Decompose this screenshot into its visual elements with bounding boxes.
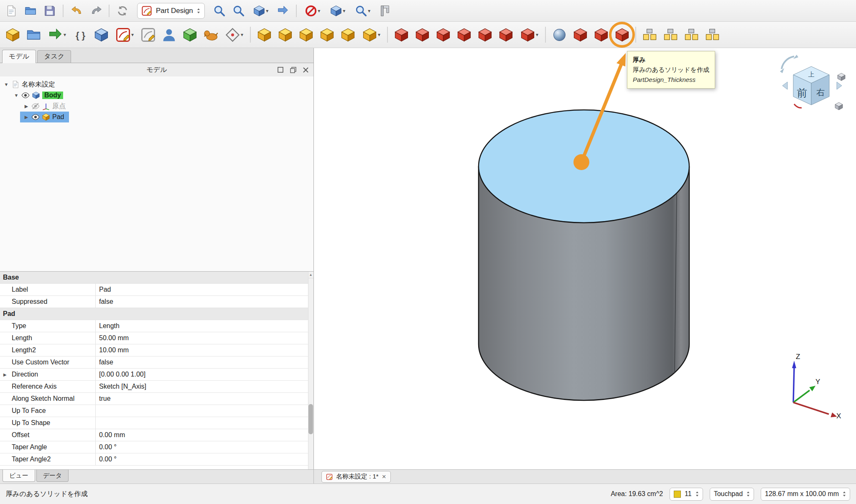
subtractive-primitive-button[interactable]: ▾	[517, 25, 541, 44]
property-value[interactable]: Pad	[96, 284, 313, 295]
sub-shape-binder-button[interactable]	[201, 25, 220, 44]
property-row[interactable]: LabelPad	[0, 284, 313, 296]
property-row[interactable]: Up To Shape	[0, 417, 313, 429]
property-value[interactable]: 50.00 mm	[96, 332, 313, 344]
property-value[interactable]: [0.00 0.00 1.00]	[96, 369, 313, 380]
property-row[interactable]: Suppressedfalse	[0, 296, 313, 308]
caret-expanded-icon[interactable]: ▼	[3, 82, 9, 87]
refresh-button[interactable]	[115, 3, 130, 19]
create-part-button[interactable]	[92, 25, 110, 44]
property-row[interactable]: Reference AxisSketch [N_Axis]	[0, 381, 313, 393]
caret-expanded-icon[interactable]: ▼	[13, 93, 19, 98]
property-value[interactable]	[96, 405, 313, 417]
revolution-button[interactable]	[276, 25, 294, 44]
dimensions-combo[interactable]: 128.67 mm x 100.00 mm	[761, 488, 850, 501]
create-group-button[interactable]	[24, 25, 43, 44]
property-row[interactable]: Length50.00 mm	[0, 332, 313, 344]
nav-right-arrow-icon[interactable]	[837, 82, 842, 89]
tree-item-body[interactable]: ▼ Body	[10, 90, 68, 101]
groove-button[interactable]	[434, 25, 452, 44]
fit-all-button[interactable]	[211, 3, 227, 19]
document-tab[interactable]: 名称未設定 : 1* ×	[321, 471, 391, 483]
polar-pattern-button[interactable]	[682, 25, 701, 44]
create-sketch-button[interactable]: ▾	[113, 25, 136, 44]
expander-icon[interactable]: ▶	[3, 372, 7, 377]
navigation-cube[interactable]: 上 前 右	[776, 51, 849, 124]
tab-tasks[interactable]: タスク	[37, 50, 71, 63]
open-document-button[interactable]	[23, 3, 38, 19]
hole-button[interactable]	[413, 25, 431, 44]
property-value[interactable]	[96, 417, 313, 429]
shape-binder-button[interactable]	[181, 25, 199, 44]
caret-collapsed-icon[interactable]: ▶	[23, 115, 29, 120]
tree-item-origin[interactable]: ▶ 原点	[20, 101, 71, 112]
make-link-button[interactable]: ▾	[45, 25, 69, 44]
property-row[interactable]: Along Sketch Normaltrue	[0, 393, 313, 405]
cylinder-top-face[interactable]	[479, 110, 689, 223]
property-value[interactable]: true	[96, 393, 313, 405]
subtractive-helix-button[interactable]	[497, 25, 515, 44]
sync-view-button[interactable]	[275, 3, 291, 19]
property-row[interactable]: Up To Face	[0, 405, 313, 417]
measure-button[interactable]	[377, 3, 393, 19]
fit-selection-button[interactable]	[231, 3, 247, 19]
property-row[interactable]: Offset0.00 mm	[0, 429, 313, 441]
property-row[interactable]: ▶Direction[0.00 0.00 1.00]	[0, 369, 313, 381]
tree-item-pad[interactable]: ▶ Pad	[20, 112, 69, 122]
mirrored-button[interactable]	[640, 25, 659, 44]
property-row[interactable]: Length210.00 mm	[0, 344, 313, 356]
scrollbar-thumb[interactable]	[308, 404, 313, 434]
expression-button[interactable]	[71, 25, 89, 44]
zoom-button[interactable]: ▾	[352, 3, 374, 19]
additive-helix-button[interactable]	[339, 25, 357, 44]
draft-button[interactable]	[592, 25, 610, 44]
visibility-eye-off-icon[interactable]	[31, 102, 40, 110]
save-document-button[interactable]	[42, 3, 58, 19]
redo-button[interactable]	[88, 3, 104, 19]
multitransform-button[interactable]	[703, 25, 721, 44]
cylinder-model[interactable]	[314, 48, 856, 469]
subtractive-loft-button[interactable]	[455, 25, 473, 44]
linear-pattern-button[interactable]	[661, 25, 680, 44]
new-document-button[interactable]	[3, 3, 19, 19]
nav-mini-cube-icon[interactable]	[838, 73, 845, 81]
tab-data[interactable]: データ	[36, 470, 69, 482]
fillet-button[interactable]	[550, 25, 568, 44]
float-button[interactable]	[289, 66, 297, 74]
property-value[interactable]: false	[96, 356, 313, 368]
clipping-plane-button[interactable]: ▾	[302, 3, 324, 19]
undo-button[interactable]	[69, 3, 84, 19]
pad-button[interactable]	[255, 25, 273, 44]
viewport-3d[interactable]: 上 前 右 Z Y X	[314, 48, 856, 469]
additive-pipe-button[interactable]	[318, 25, 336, 44]
additive-loft-button[interactable]	[297, 25, 315, 44]
tree-item-document[interactable]: ▼ 名称未設定	[0, 79, 60, 90]
view-cube-button[interactable]: ▾	[327, 3, 349, 19]
property-value[interactable]: Sketch [N_Axis]	[96, 381, 313, 392]
property-value[interactable]: false	[96, 296, 313, 308]
additive-primitive-button[interactable]: ▾	[359, 25, 383, 44]
draw-style-button[interactable]: ▾	[250, 3, 272, 19]
validate-sketch-button[interactable]	[160, 25, 178, 44]
pocket-button[interactable]	[392, 25, 410, 44]
layer-combo[interactable]: 11	[670, 488, 703, 501]
property-row[interactable]: Taper Angle0.00 °	[0, 441, 313, 453]
nav-left-arrow-icon[interactable]	[782, 82, 787, 89]
create-datum-button[interactable]: ▾	[222, 25, 246, 44]
navigation-style-combo[interactable]: Touchpad	[710, 488, 754, 501]
property-value[interactable]: Length	[96, 320, 313, 332]
edit-sketch-button[interactable]	[139, 25, 157, 44]
property-value[interactable]: 0.00 mm	[96, 429, 313, 441]
subtractive-pipe-button[interactable]	[476, 25, 494, 44]
property-row[interactable]: TypeLength	[0, 320, 313, 332]
close-document-icon[interactable]: ×	[382, 473, 386, 480]
property-value[interactable]: 0.00 °	[96, 453, 313, 465]
visibility-eye-icon[interactable]	[31, 113, 40, 121]
thickness-button[interactable]	[613, 25, 631, 44]
chamfer-button[interactable]	[571, 25, 589, 44]
property-row[interactable]: Use Custom Vectorfalse	[0, 356, 313, 369]
scroll-up-icon[interactable]: ▲	[308, 272, 313, 278]
caret-collapsed-icon[interactable]: ▶	[23, 104, 29, 109]
tab-view[interactable]: ビュー	[3, 470, 35, 482]
property-scrollbar[interactable]: ▲	[308, 272, 313, 469]
